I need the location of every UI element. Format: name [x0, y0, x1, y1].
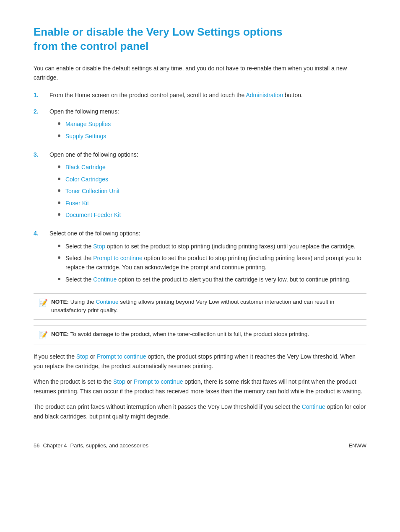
step-4-number: 4. — [34, 229, 46, 238]
manage-supplies-link[interactable]: Manage Supplies — [65, 119, 111, 129]
step-1-number: 1. — [34, 90, 46, 100]
step-3-number: 3. — [34, 150, 46, 159]
bullet-dot — [58, 178, 60, 180]
prompt-to-continue-link-1[interactable]: Prompt to continue — [93, 255, 143, 261]
bullet-dot — [58, 134, 60, 137]
toner-collection-unit-link[interactable]: Toner Collection Unit — [65, 186, 119, 196]
bullet-dot — [58, 122, 60, 125]
continue-bullet-text: Select the Continue option to set the pr… — [65, 275, 351, 284]
list-item: Black Cartridge — [58, 163, 366, 172]
black-cartridge-link[interactable]: Black Cartridge — [65, 163, 106, 172]
list-item: Supply Settings — [58, 132, 366, 141]
continue-link-bottom[interactable]: Continue — [302, 403, 325, 410]
list-item: Select the Stop option to set the produc… — [58, 242, 366, 251]
step-3-bullets: Black Cartridge Color Cartridges Toner C… — [58, 163, 366, 220]
note-2-text: NOTE: To avoid damage to the product, wh… — [51, 330, 309, 338]
color-cartridges-link[interactable]: Color Cartridges — [65, 175, 108, 184]
list-item: Fuser Kit — [58, 199, 366, 208]
page-number: 56 — [34, 442, 39, 449]
chapter-title: Parts, supplies, and accessories — [70, 442, 148, 449]
continue-link-note[interactable]: Continue — [96, 299, 119, 305]
page-footer: 56 Chapter 4 Parts, supplies, and access… — [34, 438, 366, 449]
bullet-dot — [58, 213, 60, 216]
list-item: Manage Supplies — [58, 119, 366, 129]
stop-link-1[interactable]: Stop — [93, 243, 105, 250]
bullet-dot — [58, 165, 60, 168]
list-item: Toner Collection Unit — [58, 186, 366, 196]
bottom-para-3: The product can print faxes without inte… — [34, 402, 366, 421]
page-title: Enable or disable the Very Low Settings … — [34, 25, 366, 54]
note-1-text: NOTE: Using the Continue setting allows … — [51, 298, 361, 315]
step-4-bullets: Select the Stop option to set the produc… — [58, 242, 366, 284]
footer-right: ENWW — [348, 442, 366, 449]
bottom-para-2: When the product is set to the Stop or P… — [34, 377, 366, 396]
note-icon-2: 📝 — [39, 331, 48, 340]
step-2: 2. Open the following menus: Manage Supp… — [34, 107, 366, 143]
stop-bullet-text: Select the Stop option to set the produc… — [65, 242, 356, 251]
note-box-2: 📝 NOTE: To avoid damage to the product, … — [34, 325, 366, 344]
bullet-dot — [58, 278, 60, 280]
chapter-label: Chapter 4 — [43, 442, 67, 449]
fuser-kit-link[interactable]: Fuser Kit — [65, 199, 89, 208]
step-1: 1. From the Home screen on the product c… — [34, 90, 366, 100]
step-1-text: From the Home screen on the product cont… — [49, 90, 366, 100]
list-item: Color Cartridges — [58, 175, 366, 184]
step-2-text: Open the following menus: — [49, 107, 366, 116]
bottom-paragraphs: If you select the Stop or Prompt to cont… — [34, 352, 366, 422]
stop-link-bottom2[interactable]: Stop — [113, 378, 125, 385]
list-item: Select the Prompt to continue option to … — [58, 253, 366, 272]
note-box-1: 📝 NOTE: Using the Continue setting allow… — [34, 293, 366, 320]
bottom-para-1: If you select the Stop or Prompt to cont… — [34, 352, 366, 371]
bullet-dot — [58, 256, 60, 259]
list-item: Document Feeder Kit — [58, 210, 366, 220]
bullet-dot — [58, 201, 60, 204]
bullet-dot — [58, 189, 60, 192]
note-icon-1: 📝 — [39, 298, 48, 307]
step-3-text: Open one of the following options: — [49, 150, 366, 159]
step-2-number: 2. — [34, 107, 46, 116]
administration-link[interactable]: Administration — [246, 92, 283, 98]
bullet-dot — [58, 245, 60, 247]
stop-link-bottom1[interactable]: Stop — [76, 353, 88, 360]
prompt-bullet-text: Select the Prompt to continue option to … — [65, 253, 366, 272]
step-4-text: Select one of the following options: — [49, 229, 366, 238]
prompt-to-continue-link-bottom2[interactable]: Prompt to continue — [134, 378, 183, 385]
document-feeder-kit-link[interactable]: Document Feeder Kit — [65, 210, 121, 220]
step-2-bullets: Manage Supplies Supply Settings — [58, 119, 366, 141]
supply-settings-link[interactable]: Supply Settings — [65, 132, 106, 141]
list-item: Select the Continue option to set the pr… — [58, 275, 366, 284]
intro-paragraph: You can enable or disable the default se… — [34, 64, 366, 83]
step-4: 4. Select one of the following options: … — [34, 229, 366, 287]
continue-link-1[interactable]: Continue — [93, 276, 117, 283]
step-3: 3. Open one of the following options: Bl… — [34, 150, 366, 222]
prompt-to-continue-link-bottom1[interactable]: Prompt to continue — [97, 353, 146, 360]
